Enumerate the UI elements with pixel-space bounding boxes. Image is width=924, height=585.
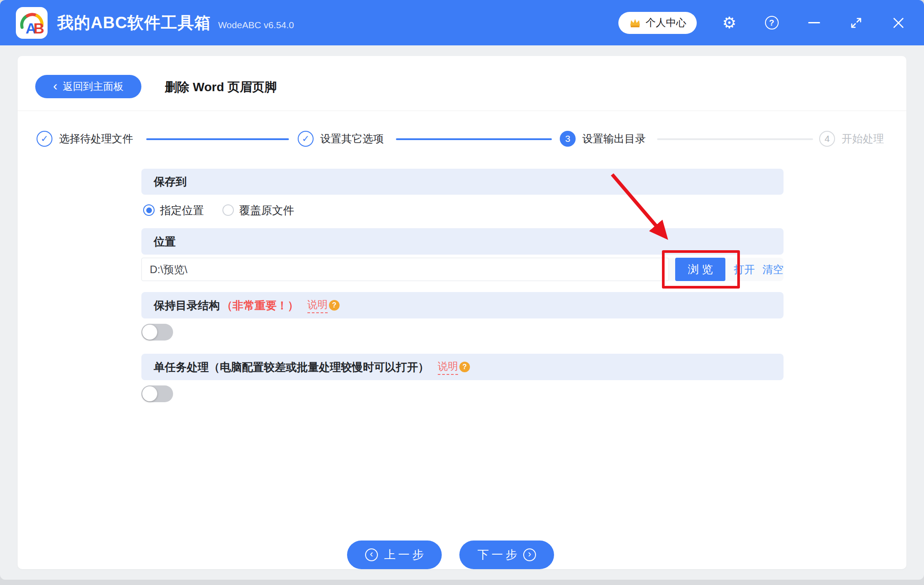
next-button-label: 下一步	[477, 547, 520, 563]
header-divider	[18, 111, 906, 111]
svg-text:B: B	[33, 20, 44, 37]
next-step-button[interactable]: 下一步 ›	[459, 541, 554, 569]
step-label: 开始处理	[842, 132, 884, 146]
step-start-process: 4 开始处理	[819, 131, 884, 147]
step-indicator: ✓ 选择待处理文件 ✓ 设置其它选项 3 设置输出目录 4 开始处理	[18, 131, 906, 148]
prev-circle-icon: ‹	[365, 548, 378, 561]
radio-selected-icon	[143, 204, 155, 216]
maximize-button[interactable]	[835, 2, 877, 44]
step-connector	[657, 138, 813, 140]
maximize-icon	[850, 16, 863, 30]
titlebar-left: A B 我的ABC软件工具箱 WodeABC v6.54.0	[16, 7, 294, 39]
settings-button[interactable]: ⚙	[708, 2, 750, 44]
close-button[interactable]	[877, 2, 920, 44]
single-task-section-header: 单任务处理（电脑配置较差或批量处理较慢时可以打开） 说明 ?	[141, 354, 784, 380]
app-logo: A B	[16, 7, 48, 39]
radio-label: 指定位置	[160, 203, 204, 218]
keep-structure-section-header: 保持目录结构 （非常重要！） 说明 ?	[141, 292, 784, 318]
titlebar: A B 我的ABC软件工具箱 WodeABC v6.54.0 个人中心 ⚙ ?	[0, 0, 924, 45]
help-button[interactable]: ?	[750, 2, 793, 44]
help-icon: ?	[765, 16, 779, 30]
app-window: A B 我的ABC软件工具箱 WodeABC v6.54.0 个人中心 ⚙ ?	[0, 0, 924, 580]
prev-step-button[interactable]: ‹ 上一步	[347, 541, 442, 569]
single-task-title: 单任务处理（电脑配置较差或批量处理较慢时可以打开）	[154, 360, 429, 374]
keep-structure-toggle[interactable]	[141, 324, 173, 341]
minimize-icon	[808, 22, 820, 23]
keep-structure-help-link[interactable]: 说明	[307, 298, 328, 313]
save-to-options: 指定位置 覆盖原文件	[143, 198, 294, 222]
back-to-main-button[interactable]: ‹ 返回到主面板	[35, 75, 141, 98]
gear-icon: ⚙	[722, 15, 736, 31]
radio-unselected-icon	[222, 204, 234, 216]
close-icon	[892, 16, 905, 30]
step-done-icon: ✓	[37, 131, 52, 147]
minimize-button[interactable]	[793, 2, 835, 44]
save-to-title: 保存到	[154, 174, 187, 189]
location-section-header: 位置	[141, 228, 784, 255]
question-badge-icon[interactable]: ?	[329, 300, 340, 311]
ab-logo-icon: A B	[16, 7, 48, 39]
output-path-input[interactable]: D:\预览\	[141, 258, 669, 281]
app-version: WodeABC v6.54.0	[218, 20, 294, 30]
crown-icon	[629, 18, 641, 28]
prev-button-label: 上一步	[384, 547, 426, 563]
step-number-badge: 4	[819, 131, 835, 147]
important-note: （非常重要！）	[222, 298, 299, 313]
main-card: ‹ 返回到主面板 删除 Word 页眉页脚 ✓ 选择待处理文件 ✓ 设置其它选项…	[18, 56, 906, 569]
step-connector	[146, 138, 289, 140]
page-title: 删除 Word 页眉页脚	[165, 79, 277, 96]
step-label: 选择待处理文件	[59, 132, 133, 146]
step-connector	[396, 138, 552, 140]
step-label: 设置输出目录	[582, 132, 646, 146]
titlebar-right: 个人中心 ⚙ ?	[618, 2, 920, 44]
step-output-dir: 3 设置输出目录	[560, 131, 646, 147]
clear-link[interactable]: 清空	[762, 263, 784, 277]
toggle-knob	[142, 325, 157, 340]
personal-center-button[interactable]: 个人中心	[618, 12, 697, 34]
location-title: 位置	[154, 234, 176, 249]
app-title: 我的ABC软件工具箱	[57, 12, 211, 34]
location-row: D:\预览\ 浏 览 打开 清空	[141, 258, 784, 281]
chevron-left-icon: ‹	[53, 79, 58, 93]
radio-specified-location[interactable]: 指定位置	[143, 203, 204, 218]
step-other-options: ✓ 设置其它选项	[298, 131, 384, 147]
toggle-knob	[142, 386, 157, 401]
browse-button[interactable]: 浏 览	[675, 258, 725, 281]
single-task-help-link[interactable]: 说明	[438, 359, 458, 375]
question-badge-icon[interactable]: ?	[459, 362, 470, 372]
single-task-toggle[interactable]	[141, 385, 173, 402]
personal-center-label: 个人中心	[646, 16, 686, 30]
step-select-files: ✓ 选择待处理文件	[37, 131, 133, 147]
step-number-badge: 3	[560, 131, 576, 147]
step-done-icon: ✓	[298, 131, 314, 147]
back-button-label: 返回到主面板	[63, 80, 124, 93]
radio-overwrite-original[interactable]: 覆盖原文件	[222, 203, 294, 218]
keep-structure-title: 保持目录结构	[154, 298, 220, 313]
open-link[interactable]: 打开	[734, 263, 755, 277]
step-label: 设置其它选项	[320, 132, 384, 146]
next-circle-icon: ›	[523, 548, 536, 561]
save-to-section-header: 保存到	[141, 169, 784, 195]
radio-label: 覆盖原文件	[239, 203, 294, 218]
